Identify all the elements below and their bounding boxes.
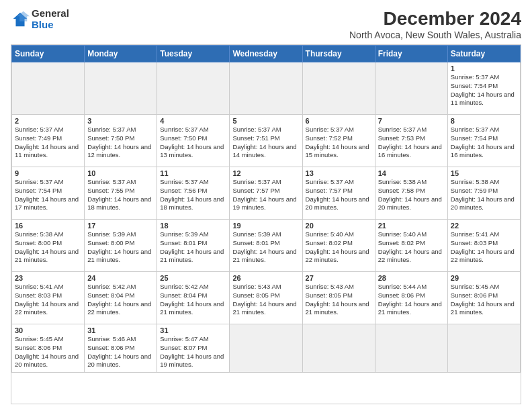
day-cell-29: 29 Sunrise: 5:45 AMSunset: 8:06 PMDaylig…	[447, 272, 520, 324]
day-cell-2: 2 Sunrise: 5:37 AMSunset: 7:49 PMDayligh…	[12, 115, 85, 167]
day-info: Sunrise: 5:37 AMSunset: 7:57 PMDaylight:…	[306, 178, 372, 212]
empty-cell	[302, 324, 375, 373]
day-info: Sunrise: 5:37 AMSunset: 7:50 PMDaylight:…	[87, 126, 154, 160]
empty-cell	[157, 62, 230, 115]
day-number: 15	[451, 169, 517, 177]
day-info: Sunrise: 5:37 AMSunset: 7:54 PMDaylight:…	[15, 178, 81, 212]
day-cell-9: 9 Sunrise: 5:37 AMSunset: 7:54 PMDayligh…	[12, 167, 85, 220]
day-info: Sunrise: 5:37 AMSunset: 7:49 PMDaylight:…	[15, 126, 81, 160]
day-number: 3	[87, 117, 154, 125]
day-number: 9	[15, 169, 81, 177]
calendar-header: Sunday Monday Tuesday Wednesday Thursday…	[12, 46, 521, 62]
day-info: Sunrise: 5:44 AMSunset: 8:06 PMDaylight:…	[378, 283, 445, 317]
day-cell-10: 10 Sunrise: 5:37 AMSunset: 7:55 PMDaylig…	[85, 167, 157, 220]
empty-cell	[85, 62, 157, 115]
empty-cell	[375, 62, 447, 115]
empty-cell	[230, 62, 302, 115]
day-number: 22	[451, 222, 517, 230]
day-number: 27	[306, 274, 372, 282]
day-info: Sunrise: 5:40 AMSunset: 8:02 PMDaylight:…	[306, 230, 372, 265]
day-cell-28: 28 Sunrise: 5:44 AMSunset: 8:06 PMDaylig…	[375, 272, 447, 324]
day-number: 18	[160, 222, 226, 230]
day-info: Sunrise: 5:38 AMSunset: 7:59 PMDaylight:…	[451, 178, 517, 212]
day-number: 12	[232, 169, 299, 177]
col-monday: Monday	[85, 46, 157, 62]
day-number: 17	[87, 222, 154, 230]
day-info: Sunrise: 5:46 AMSunset: 8:06 PMDaylight:…	[87, 335, 154, 369]
logo: General Blue	[11, 8, 69, 30]
col-tuesday: Tuesday	[157, 46, 230, 62]
day-number: 2	[15, 117, 81, 125]
day-cell-19: 19 Sunrise: 5:39 AMSunset: 8:01 PMDaylig…	[230, 220, 302, 272]
day-cell-27: 27 Sunrise: 5:43 AMSunset: 8:05 PMDaylig…	[302, 272, 375, 324]
calendar: Sunday Monday Tuesday Wednesday Thursday…	[11, 44, 521, 404]
week-row-2: 2 Sunrise: 5:37 AMSunset: 7:49 PMDayligh…	[12, 115, 521, 167]
day-info: Sunrise: 5:38 AMSunset: 7:58 PMDaylight:…	[378, 178, 445, 212]
day-number: 30	[15, 326, 81, 334]
empty-cell	[375, 324, 447, 373]
week-row-4: 16 Sunrise: 5:38 AMSunset: 8:00 PMDaylig…	[12, 220, 521, 272]
day-cell-18: 18 Sunrise: 5:39 AMSunset: 8:01 PMDaylig…	[157, 220, 230, 272]
day-cell-17: 17 Sunrise: 5:39 AMSunset: 8:00 PMDaylig…	[85, 220, 157, 272]
day-info: Sunrise: 5:37 AMSunset: 7:53 PMDaylight:…	[378, 126, 445, 160]
day-info: Sunrise: 5:39 AMSunset: 8:01 PMDaylight:…	[160, 230, 226, 265]
col-saturday: Saturday	[447, 46, 520, 62]
col-wednesday: Wednesday	[230, 46, 302, 62]
day-info: Sunrise: 5:43 AMSunset: 8:05 PMDaylight:…	[232, 283, 299, 317]
week-row-5: 23 Sunrise: 5:41 AMSunset: 8:03 PMDaylig…	[12, 272, 521, 324]
day-number: 24	[87, 274, 154, 282]
day-cell-11: 11 Sunrise: 5:37 AMSunset: 7:56 PMDaylig…	[157, 167, 230, 220]
calendar-body: 1 Sunrise: 5:37 AMSunset: 7:54 PMDayligh…	[12, 62, 521, 373]
day-info: Sunrise: 5:37 AMSunset: 7:54 PMDaylight:…	[451, 126, 517, 160]
logo-icon	[11, 10, 30, 29]
calendar-table: Sunday Monday Tuesday Wednesday Thursday…	[11, 45, 521, 373]
day-cell-5: 5 Sunrise: 5:37 AMSunset: 7:51 PMDayligh…	[230, 115, 302, 167]
day-info: Sunrise: 5:39 AMSunset: 8:00 PMDaylight:…	[87, 230, 154, 265]
day-info: Sunrise: 5:47 AMSunset: 8:07 PMDaylight:…	[160, 335, 226, 369]
day-cell-20: 20 Sunrise: 5:40 AMSunset: 8:02 PMDaylig…	[302, 220, 375, 272]
empty-cell	[12, 62, 85, 115]
day-info: Sunrise: 5:37 AMSunset: 7:52 PMDaylight:…	[306, 126, 372, 160]
header: General Blue December 2024 North Avoca, …	[11, 8, 521, 40]
day-cell-13: 13 Sunrise: 5:37 AMSunset: 7:57 PMDaylig…	[302, 167, 375, 220]
col-sunday: Sunday	[12, 46, 85, 62]
day-cell-6: 6 Sunrise: 5:37 AMSunset: 7:52 PMDayligh…	[302, 115, 375, 167]
day-info: Sunrise: 5:38 AMSunset: 8:00 PMDaylight:…	[15, 230, 81, 265]
main-title: December 2024	[349, 8, 521, 30]
day-cell-31: 31 Sunrise: 5:46 AMSunset: 8:06 PMDaylig…	[85, 324, 157, 373]
col-thursday: Thursday	[302, 46, 375, 62]
day-info: Sunrise: 5:37 AMSunset: 7:50 PMDaylight:…	[160, 126, 226, 160]
week-row-3: 9 Sunrise: 5:37 AMSunset: 7:54 PMDayligh…	[12, 167, 521, 220]
day-info: Sunrise: 5:40 AMSunset: 8:02 PMDaylight:…	[378, 230, 445, 265]
day-number: 4	[160, 117, 226, 125]
day-number: 5	[232, 117, 299, 125]
day-info: Sunrise: 5:41 AMSunset: 8:03 PMDaylight:…	[451, 230, 517, 265]
week-row-1: 1 Sunrise: 5:37 AMSunset: 7:54 PMDayligh…	[12, 62, 521, 115]
day-number: 11	[160, 169, 226, 177]
day-info: Sunrise: 5:37 AMSunset: 7:51 PMDaylight:…	[232, 126, 299, 160]
day-info: Sunrise: 5:42 AMSunset: 8:04 PMDaylight:…	[87, 283, 154, 317]
day-number: 14	[378, 169, 445, 177]
day-number: 16	[15, 222, 81, 230]
day-cell-1: 1 Sunrise: 5:37 AMSunset: 7:54 PMDayligh…	[447, 62, 520, 115]
empty-cell	[230, 324, 302, 373]
day-number: 8	[451, 117, 517, 125]
day-cell-26: 26 Sunrise: 5:43 AMSunset: 8:05 PMDaylig…	[230, 272, 302, 324]
day-number: 10	[87, 169, 154, 177]
day-info: Sunrise: 5:39 AMSunset: 8:01 PMDaylight:…	[232, 230, 299, 265]
day-number: 31	[87, 326, 154, 334]
day-info: Sunrise: 5:45 AMSunset: 8:06 PMDaylight:…	[451, 283, 517, 317]
day-info: Sunrise: 5:37 AMSunset: 7:57 PMDaylight:…	[232, 178, 299, 212]
week-row-6: 30 Sunrise: 5:45 AMSunset: 8:06 PMDaylig…	[12, 324, 521, 373]
day-cell-16: 16 Sunrise: 5:38 AMSunset: 8:00 PMDaylig…	[12, 220, 85, 272]
day-cell-4: 4 Sunrise: 5:37 AMSunset: 7:50 PMDayligh…	[157, 115, 230, 167]
empty-cell	[302, 62, 375, 115]
header-row: Sunday Monday Tuesday Wednesday Thursday…	[12, 46, 521, 62]
day-cell-31b: 31 Sunrise: 5:47 AMSunset: 8:07 PMDaylig…	[157, 324, 230, 373]
day-number: 29	[451, 274, 517, 282]
day-cell-25: 25 Sunrise: 5:42 AMSunset: 8:04 PMDaylig…	[157, 272, 230, 324]
day-cell-23: 23 Sunrise: 5:41 AMSunset: 8:03 PMDaylig…	[12, 272, 85, 324]
day-number: 20	[306, 222, 372, 230]
day-number: 31	[160, 326, 226, 334]
day-cell-14: 14 Sunrise: 5:38 AMSunset: 7:58 PMDaylig…	[375, 167, 447, 220]
